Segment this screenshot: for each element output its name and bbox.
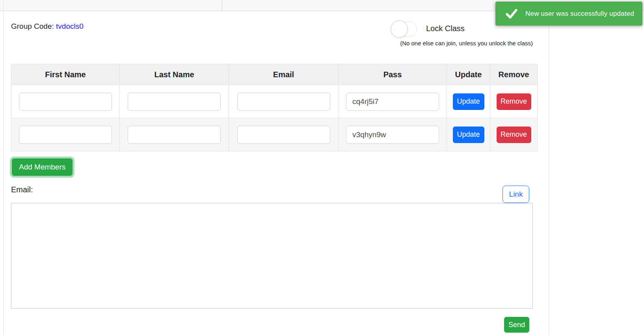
- group-code-label: Group Code:: [11, 22, 54, 30]
- lock-class-label: Lock Class: [426, 24, 465, 33]
- last-name-input[interactable]: [128, 93, 221, 111]
- pass-input[interactable]: [346, 93, 439, 111]
- lock-class-toggle[interactable]: [391, 22, 417, 37]
- email-input[interactable]: [237, 93, 330, 111]
- remove-button[interactable]: Remove: [497, 93, 531, 110]
- column-header-update: Update: [447, 64, 490, 85]
- top-bar-divider: [222, 0, 222, 11]
- email-input[interactable]: [237, 126, 330, 144]
- email-label: Email:: [11, 185, 33, 194]
- update-button[interactable]: Update: [453, 127, 484, 143]
- class-management-page: New user was successfully updated Group …: [0, 0, 644, 335]
- column-header-first-name: First Name: [11, 64, 120, 85]
- column-header-remove: Remove: [490, 64, 538, 85]
- first-name-input[interactable]: [19, 126, 112, 144]
- send-button[interactable]: Send: [504, 317, 529, 333]
- update-button[interactable]: Update: [453, 93, 484, 110]
- panel-border-right: [549, 11, 549, 335]
- last-name-input[interactable]: [128, 126, 221, 144]
- group-code: Group Code: tvdocls0: [11, 22, 84, 31]
- panel-border-left: [3, 0, 4, 335]
- lock-class-note: (No one else can join, unless you unlock…: [400, 40, 533, 47]
- pass-input[interactable]: [346, 126, 439, 144]
- remove-button[interactable]: Remove: [497, 127, 531, 143]
- toggle-knob-icon: [391, 20, 408, 38]
- member-row: Update Remove: [11, 85, 538, 118]
- first-name-input[interactable]: [19, 93, 112, 111]
- column-header-last-name: Last Name: [120, 64, 229, 85]
- link-button[interactable]: Link: [503, 186, 529, 203]
- column-header-pass: Pass: [339, 64, 447, 85]
- email-body-textarea[interactable]: [11, 203, 533, 309]
- column-header-email: Email: [229, 64, 339, 85]
- table-header-row: First Name Last Name Email Pass Update R…: [11, 64, 538, 85]
- member-row: Update Remove: [11, 118, 538, 151]
- check-icon: [506, 8, 517, 20]
- success-toast: New user was successfully updated: [495, 2, 642, 26]
- add-members-button[interactable]: Add Members: [12, 158, 73, 176]
- members-table: First Name Last Name Email Pass Update R…: [11, 64, 538, 151]
- toast-message: New user was successfully updated: [525, 10, 634, 18]
- group-code-link[interactable]: tvdocls0: [56, 22, 84, 30]
